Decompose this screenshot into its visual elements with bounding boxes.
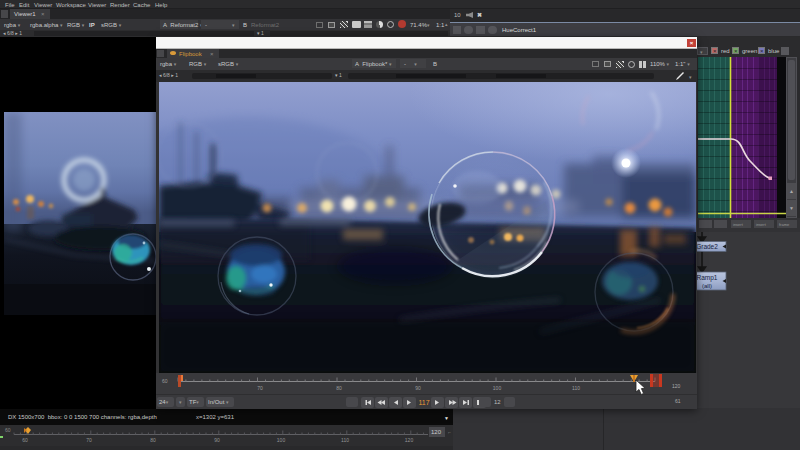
svg-text:Ramp1: Ramp1 [697, 274, 718, 282]
svg-text:120: 120 [405, 437, 414, 443]
svg-text:70: 70 [257, 385, 263, 391]
svg-text:117: 117 [418, 399, 429, 406]
svg-text:Grade2: Grade2 [696, 243, 718, 250]
svg-text:60: 60 [22, 437, 28, 443]
svg-text:100: 100 [493, 385, 502, 391]
svg-text:100: 100 [277, 437, 286, 443]
svg-text:110: 110 [572, 385, 580, 391]
svg-text:90: 90 [415, 385, 421, 391]
svg-text:110: 110 [341, 437, 349, 443]
svg-text:(all): (all) [702, 283, 712, 289]
svg-text:80: 80 [336, 385, 342, 391]
svg-text:70: 70 [86, 437, 92, 443]
svg-text:90: 90 [214, 437, 220, 443]
svg-text:80: 80 [150, 437, 156, 443]
